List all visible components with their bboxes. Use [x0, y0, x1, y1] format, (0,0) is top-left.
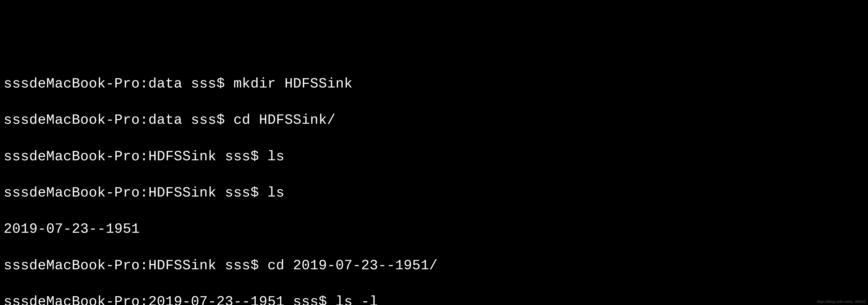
command: ls -l — [336, 294, 378, 305]
prompt: sssdeMacBook-Pro:HDFSSink sss$ — [4, 258, 268, 273]
output: 2019-07-23--1951 — [4, 221, 140, 237]
command: ls — [268, 185, 284, 201]
prompt: sssdeMacBook-Pro:HDFSSink sss$ — [4, 185, 268, 201]
terminal-line-2: sssdeMacBook-Pro:data sss$ cd HDFSSink/ — [4, 111, 864, 129]
command: cd 2019-07-23--1951/ — [268, 258, 438, 273]
command: ls — [268, 148, 284, 164]
prompt: sssdeMacBook-Pro:HDFSSink sss$ — [4, 148, 268, 164]
command: mkdir HDFSSink — [233, 76, 352, 92]
watermark: https://blog.csdn.net/q...89510 — [817, 299, 865, 304]
prompt: sssdeMacBook-Pro:2019-07-23--1951 sss$ — [4, 294, 336, 305]
command: cd HDFSSink/ — [233, 112, 336, 128]
terminal-line-3: sssdeMacBook-Pro:HDFSSink sss$ ls — [4, 147, 864, 166]
terminal-line-4: sssdeMacBook-Pro:HDFSSink sss$ ls — [4, 184, 864, 202]
terminal-line-5: sssdeMacBook-Pro:HDFSSink sss$ cd 2019-0… — [4, 256, 864, 275]
terminal-line-1: sssdeMacBook-Pro:data sss$ mkdir HDFSSin… — [4, 75, 864, 93]
terminal-output-1: 2019-07-23--1951 — [4, 220, 864, 238]
terminal-line-6: sssdeMacBook-Pro:2019-07-23--1951 sss$ l… — [4, 293, 864, 305]
prompt: sssdeMacBook-Pro:data sss$ — [4, 112, 233, 128]
prompt: sssdeMacBook-Pro:data sss$ — [4, 76, 233, 92]
